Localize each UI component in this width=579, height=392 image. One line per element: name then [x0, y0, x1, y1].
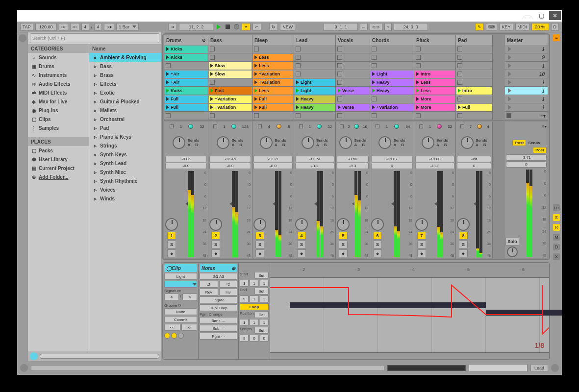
half-time[interactable]: :2 — [200, 281, 218, 288]
disk-overload[interactable]: D — [551, 23, 559, 31]
clip-slot[interactable]: Less — [414, 78, 456, 87]
solo-button[interactable]: S — [297, 241, 306, 248]
clip-slot[interactable]: Full — [252, 103, 294, 112]
next-clip[interactable]: >> — [181, 324, 198, 331]
gain-value[interactable]: 0 — [371, 163, 413, 169]
key-map[interactable]: KEY — [499, 23, 513, 31]
browse-item[interactable]: ▹Synth Misc — [89, 168, 161, 176]
bank-select[interactable]: Bank --- — [200, 317, 237, 324]
solo-button[interactable]: S — [255, 241, 264, 248]
empty-slot[interactable] — [456, 45, 493, 53]
start-16th[interactable]: 1 — [260, 280, 269, 287]
volume-fader[interactable] — [429, 171, 447, 257]
track-header-bass[interactable]: Bass — [208, 35, 252, 45]
record-button[interactable] — [233, 24, 240, 30]
empty-slot[interactable] — [370, 95, 414, 103]
track-activator[interactable]: 8 — [459, 232, 468, 240]
master-fader[interactable] — [520, 170, 539, 257]
midi-map[interactable]: MIDI — [515, 23, 529, 31]
commit-button[interactable]: Commit — [164, 316, 197, 323]
set-len[interactable]: Set — [254, 327, 269, 334]
nudge-down[interactable]: ‹‹‹ — [59, 23, 68, 31]
peak-value[interactable]: -19.08 — [415, 156, 454, 162]
clip-slot[interactable]: +Variation — [252, 70, 294, 78]
browse-item[interactable]: ▹Effects — [89, 79, 161, 88]
gain-value[interactable]: -8.0 — [165, 163, 207, 169]
empty-slot[interactable] — [294, 112, 336, 120]
peak-value[interactable]: -8.50 — [337, 156, 369, 162]
browse-item[interactable]: ▹Mallets — [89, 106, 161, 115]
category-plug-ins[interactable]: ◉Plug-ins — [28, 106, 89, 115]
clip-slot[interactable]: Fast — [208, 87, 252, 95]
mixer-btn[interactable]: M — [553, 234, 560, 241]
send-knob[interactable] — [457, 218, 470, 231]
volume-fader[interactable] — [223, 171, 243, 257]
solo-button[interactable]: S — [211, 241, 220, 248]
play-button[interactable] — [215, 24, 222, 30]
clip-slot[interactable]: Heavy — [294, 103, 336, 112]
volume-fader[interactable] — [385, 171, 405, 257]
len-bar[interactable]: 8 — [240, 335, 249, 342]
empty-slot[interactable] — [208, 78, 252, 87]
tap-tempo[interactable]: TAP — [20, 23, 33, 31]
track-activator[interactable]: 5 — [339, 232, 348, 240]
end-16th[interactable]: 1 — [260, 295, 269, 302]
empty-slot[interactable] — [456, 95, 493, 103]
delay-btn[interactable]: D — [553, 244, 560, 250]
prev-clip[interactable]: << — [164, 324, 180, 331]
track-activator[interactable]: 3 — [255, 232, 264, 240]
empty-slot[interactable] — [252, 112, 294, 120]
empty-slot[interactable] — [414, 112, 456, 120]
overdub-toggle[interactable]: ✦ — [242, 23, 251, 31]
send-knob[interactable] — [253, 218, 266, 231]
clip-slot[interactable]: +Air — [164, 78, 208, 87]
arm-button[interactable]: ● — [417, 249, 426, 257]
end-beat[interactable]: 1 — [250, 295, 258, 302]
track-activator[interactable]: 7 — [417, 232, 426, 240]
metronome-icon[interactable]: ○● — [104, 23, 114, 31]
browse-item[interactable]: ▹Voices — [89, 185, 161, 194]
window-minimize[interactable]: — — [522, 11, 533, 20]
pencil-icon[interactable]: ✎ — [475, 23, 484, 31]
pgm-select[interactable]: Pgm --- — [200, 333, 237, 340]
empty-slot[interactable] — [370, 45, 414, 53]
gain-value[interactable]: -8.0 — [209, 163, 251, 169]
device-chain-preview[interactable] — [469, 364, 528, 372]
start-beat[interactable]: 1 — [250, 280, 258, 287]
nudge-up[interactable]: ››› — [70, 23, 79, 31]
browse-item[interactable]: ▹Winds — [89, 194, 161, 203]
len-beat[interactable]: 0 — [250, 335, 258, 342]
loop-toggle[interactable]: ↻ — [269, 23, 278, 31]
pos-bar[interactable]: 1 — [240, 319, 249, 326]
volume-fader[interactable] — [179, 171, 199, 257]
set-start[interactable]: Set — [254, 272, 269, 279]
post-b[interactable]: Post — [533, 147, 547, 153]
reverse-notes[interactable]: Rev — [200, 289, 218, 295]
clip-slot[interactable]: +Variation — [370, 103, 414, 112]
empty-slot[interactable] — [208, 53, 252, 62]
stop-button[interactable] — [224, 24, 231, 30]
clip-slot[interactable]: +Variation — [252, 78, 294, 87]
clip-slot[interactable]: Kicks — [164, 87, 208, 95]
clip-slot[interactable]: Slow — [208, 70, 252, 78]
stop-all[interactable]: ≡▾ — [505, 112, 548, 120]
loop-switch[interactable]: ⊂⊃ — [370, 23, 382, 31]
legato-button[interactable]: Legato — [200, 296, 237, 303]
clip-slot[interactable]: Kicks — [164, 53, 208, 62]
clip-name[interactable]: Light — [164, 273, 197, 280]
pan-knob[interactable] — [378, 136, 391, 149]
category-midi-effects[interactable]: ⇄MIDI Effects — [28, 88, 89, 97]
empty-slot[interactable] — [336, 53, 370, 62]
clip-slot[interactable]: More — [414, 95, 456, 103]
scene-launch[interactable]: 1 — [505, 45, 548, 53]
category-max-for-live[interactable]: ◈Max for Live — [28, 97, 89, 106]
solo-button[interactable]: S — [417, 241, 426, 248]
peak-value[interactable]: -3.71 — [506, 154, 547, 161]
solo-button[interactable]: S — [373, 241, 382, 248]
track-header-pluck[interactable]: Pluck — [414, 35, 456, 45]
empty-slot[interactable] — [336, 45, 370, 53]
track-header-master[interactable]: Master — [505, 35, 548, 45]
category-samples[interactable]: ⋮Samples — [28, 123, 89, 132]
clip-slot[interactable]: Less — [414, 87, 456, 95]
arm-button[interactable]: ● — [297, 249, 306, 257]
